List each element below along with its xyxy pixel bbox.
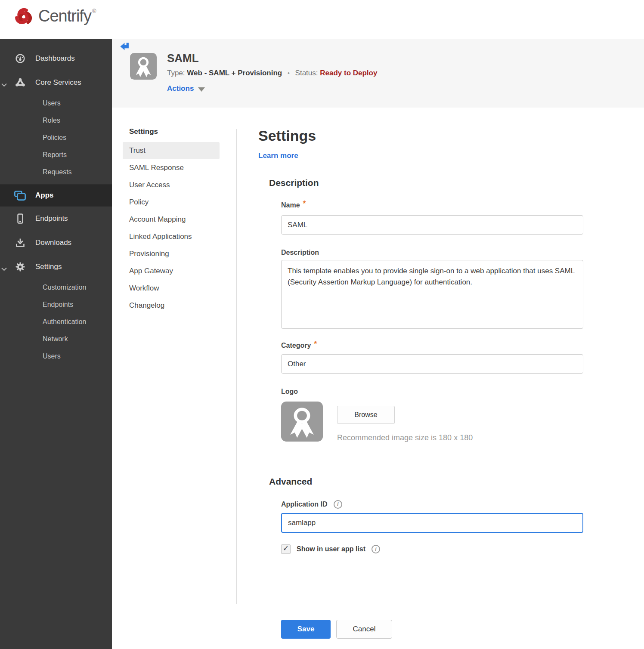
bullet-separator: •: [288, 70, 290, 77]
form-buttons: Save Cancel: [281, 620, 583, 639]
recommended-size-text: Recommended image size is 180 x 180: [337, 433, 473, 442]
sidebar-item-label: Policies: [43, 134, 66, 142]
sidebar-item-label: Customization: [43, 284, 86, 291]
cancel-button[interactable]: Cancel: [336, 620, 392, 639]
sidebar-item-label: Network: [43, 335, 68, 343]
subnav-item-changelog[interactable]: Changelog: [123, 297, 220, 314]
description-form: Name* Description This template enables …: [281, 201, 583, 442]
learn-more-link[interactable]: Learn more: [258, 151, 298, 160]
show-in-app-list-checkbox[interactable]: ✓: [281, 544, 291, 554]
sidebar-item-requests[interactable]: Requests: [0, 164, 112, 181]
sidebar-item-apps[interactable]: Apps: [0, 184, 112, 207]
name-input[interactable]: [281, 215, 583, 235]
subnav-item-workflow[interactable]: Workflow: [123, 280, 220, 297]
subnav-item-linked-applications[interactable]: Linked Applications: [123, 228, 220, 245]
app-logo-badge: [130, 53, 157, 80]
application-id-label-row: Application ID i: [281, 500, 583, 509]
browse-button[interactable]: Browse: [337, 406, 395, 424]
category-input[interactable]: [281, 354, 583, 374]
brand-registered-mark: ®: [92, 8, 96, 14]
sidebar-item-endpoints[interactable]: Endpoints: [0, 207, 112, 231]
subnav-item-user-access[interactable]: User Access: [123, 176, 220, 194]
subnav-item-policy[interactable]: Policy: [123, 194, 220, 211]
app-header: SAML Type: Web - SAML + Provisioning • S…: [112, 39, 644, 108]
sidebar-item-reports[interactable]: Reports: [0, 146, 112, 164]
sidebar: Dashboards Core Services Users Roles: [0, 39, 112, 649]
subnav-item-app-gateway[interactable]: App Gateway: [123, 263, 220, 280]
sidebar-item-settings[interactable]: Settings: [0, 255, 112, 279]
sidebar-item-core-services[interactable]: Core Services: [0, 71, 112, 95]
type-label: Type:: [167, 69, 185, 77]
apps-icon: [14, 190, 26, 201]
page-title: Settings: [258, 127, 590, 144]
sidebar-item-network[interactable]: Network: [0, 331, 112, 348]
page: Centrify ® Dashboards: [0, 0, 644, 649]
subnav-item-account-mapping[interactable]: Account Mapping: [123, 211, 220, 228]
sidebar-item-dashboards[interactable]: Dashboards: [0, 46, 112, 71]
sidebar-item-label: Users: [43, 352, 61, 360]
sidebar-item-label: Users: [43, 99, 61, 107]
description-section-heading: Description: [269, 177, 590, 189]
application-id-label: Application ID: [281, 500, 328, 509]
type-value: Web - SAML + Provisioning: [187, 69, 282, 77]
status-label: Status:: [295, 69, 318, 77]
required-asterisk: *: [314, 340, 317, 348]
save-button[interactable]: Save: [281, 620, 331, 639]
download-icon: [14, 238, 26, 248]
sidebar-item-policies[interactable]: Policies: [0, 129, 112, 146]
sidebar-item-users[interactable]: Users: [0, 95, 112, 112]
sidebar-item-label: Authentication: [43, 318, 86, 326]
back-arrow-icon[interactable]: [120, 42, 131, 51]
core-services-icon: [14, 77, 26, 88]
app-header-info: SAML Type: Web - SAML + Provisioning • S…: [167, 52, 377, 93]
name-label: Name*: [281, 201, 583, 210]
logo-preview-image: [281, 402, 323, 442]
dashboards-gauge-icon: [14, 53, 26, 64]
caret-down-icon: [198, 87, 205, 92]
smartphone-icon: [14, 213, 26, 224]
sidebar-item-settings-users[interactable]: Users: [0, 348, 112, 365]
sidebar-item-label: Roles: [43, 117, 60, 124]
application-id-input[interactable]: [281, 513, 583, 533]
sidebar-item-customization[interactable]: Customization: [0, 279, 112, 296]
topbar: Centrify ®: [0, 0, 644, 39]
info-icon[interactable]: i: [334, 500, 342, 509]
description-label: Description: [281, 248, 583, 257]
status-badge: Ready to Deploy: [320, 69, 377, 77]
sidebar-item-label: Dashboards: [35, 54, 75, 63]
subnav-item-saml-response[interactable]: SAML Response: [123, 159, 220, 176]
subnav-header: Settings: [129, 127, 236, 137]
advanced-section-heading: Advanced: [269, 476, 590, 487]
subnav-item-trust[interactable]: Trust: [123, 142, 220, 159]
sidebar-item-label: Reports: [43, 151, 67, 159]
app-meta-line: Type: Web - SAML + Provisioning • Status…: [167, 69, 377, 77]
actions-dropdown[interactable]: Actions: [167, 84, 377, 93]
centrify-swirl-icon: [12, 5, 35, 28]
sidebar-item-label: Settings: [35, 263, 62, 271]
subnav-item-provisioning[interactable]: Provisioning: [123, 245, 220, 263]
show-in-app-list-label: Show in user app list: [297, 545, 365, 553]
info-icon[interactable]: i: [372, 545, 380, 553]
vertical-divider: [236, 129, 237, 604]
chevron-down-icon[interactable]: [1, 265, 7, 273]
sidebar-item-roles[interactable]: Roles: [0, 112, 112, 129]
sidebar-item-label: Apps: [35, 191, 54, 200]
required-asterisk: *: [303, 199, 306, 208]
subnav: Settings Trust SAML Response User Access…: [112, 108, 236, 314]
sidebar-item-authentication[interactable]: Authentication: [0, 313, 112, 331]
logo-row: Browse Recommended image size is 180 x 1…: [281, 402, 583, 442]
sidebar-item-settings-endpoints[interactable]: Endpoints: [0, 296, 112, 313]
actions-label: Actions: [167, 84, 194, 93]
logo-controls: Browse Recommended image size is 180 x 1…: [337, 402, 473, 442]
description-textarea[interactable]: This template enables you to provide sin…: [281, 260, 583, 329]
app-title: SAML: [167, 52, 377, 65]
brand-logo[interactable]: Centrify ®: [12, 3, 96, 28]
show-in-app-list-row: ✓ Show in user app list i: [281, 544, 583, 554]
sidebar-item-label: Endpoints: [35, 214, 68, 223]
sidebar-item-label: Downloads: [35, 238, 71, 247]
sidebar-item-downloads[interactable]: Downloads: [0, 231, 112, 255]
main-content: Settings Learn more Description Name* De…: [258, 108, 590, 639]
brand-name: Centrify: [38, 7, 91, 25]
chevron-down-icon[interactable]: [1, 81, 7, 89]
category-label: Category*: [281, 341, 583, 350]
